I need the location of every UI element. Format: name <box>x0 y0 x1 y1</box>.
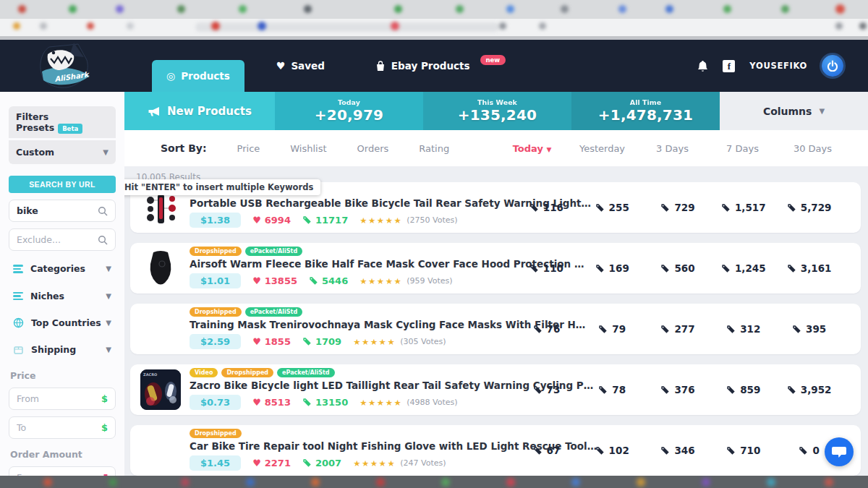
count-today: 73 <box>547 384 561 395</box>
tag-icon <box>787 203 796 213</box>
tag-icon <box>787 264 796 273</box>
price-to-field[interactable]: $ <box>9 416 116 439</box>
list-icon <box>13 291 23 302</box>
tag-icon <box>726 385 736 395</box>
price-from-input[interactable] <box>17 393 89 404</box>
search-by-url-button[interactable]: SEARCH BY URL <box>9 176 116 193</box>
product-title[interactable]: Car Bike Tire Repair tool Night Fishing … <box>190 440 508 452</box>
count-yesterday: 255 <box>609 202 629 213</box>
tag-icon <box>660 446 670 455</box>
product-image[interactable]: ZACRO <box>140 369 181 410</box>
count-3days: 376 <box>674 384 694 395</box>
beta-badge: Beta <box>58 124 82 134</box>
tag-icon <box>721 264 731 273</box>
product-title[interactable]: Airsoft Warm Fleece Bike Half Face Mask … <box>190 258 508 270</box>
period-30-days[interactable]: 30 Days <box>778 143 848 154</box>
filter-niches[interactable]: Niches ▼ <box>9 283 116 310</box>
count-today: 76 <box>547 323 561 335</box>
product-row[interactable]: ZACRO Video Dropshipped ePacket/AliStd Z… <box>130 364 861 415</box>
likes-count: 2271 <box>265 458 291 468</box>
tab-saved[interactable]: ♥ Saved <box>260 40 341 92</box>
tag-icon <box>529 203 539 213</box>
new-products-segment[interactable]: New Products <box>124 92 275 130</box>
likes-count: 13855 <box>265 275 297 286</box>
product-row[interactable]: Dropshipped ePacket/AliStd Airsoft Warm … <box>130 243 861 294</box>
megaphone-icon <box>148 106 161 117</box>
votes-count: (959 Votes) <box>407 276 452 286</box>
stats-bar: New Products Today +20,979 This Week +13… <box>124 92 868 130</box>
exclude-input[interactable] <box>17 234 89 245</box>
logout-power-button[interactable] <box>822 55 843 77</box>
keyword-input[interactable] <box>17 205 89 216</box>
chat-widget-button[interactable] <box>825 437 854 466</box>
bell-icon[interactable] <box>697 60 708 72</box>
stat-this-week[interactable]: This Week +135,240 <box>423 92 571 130</box>
product-title[interactable]: Portable USB Rechargeable Bike Bicycle T… <box>190 197 508 209</box>
chevron-down-icon: ▼ <box>106 265 111 273</box>
username: YOUSEFIKO <box>749 61 807 71</box>
filter-top-countries[interactable]: Top Countries ▼ <box>9 309 116 336</box>
tag-icon <box>598 385 608 395</box>
tag-icon <box>660 264 670 273</box>
product-title[interactable]: Zacro Bike Bicycle light LED Taillight R… <box>190 380 508 391</box>
product-row[interactable]: Dropshipped Car Bike Tire Repair tool Ni… <box>130 425 861 476</box>
filter-categories[interactable]: Categories ▼ <box>9 255 116 283</box>
products-icon: ◎ <box>166 70 175 82</box>
sort-wishlist[interactable]: Wishlist <box>290 143 326 154</box>
alishark-logo[interactable]: AliShark <box>27 38 114 93</box>
sort-bar: Sort By: Price Wishlist Orders Rating To… <box>124 130 868 166</box>
tag-icon <box>660 385 670 395</box>
price-section-label: Price <box>10 370 114 381</box>
tag-icon <box>302 458 312 468</box>
heart-icon: ♥ <box>252 458 261 468</box>
tag-icon <box>595 446 605 455</box>
period-today[interactable]: Today ▼ <box>497 143 567 154</box>
orders-count: 2007 <box>315 458 341 468</box>
exclude-field[interactable] <box>9 228 116 251</box>
tab-ebay-products[interactable]: Ebay Products new <box>359 40 522 92</box>
chevron-down-icon: ▼ <box>819 107 825 115</box>
columns-dropdown[interactable]: Columns ▼ <box>720 92 868 130</box>
count-today: 116 <box>543 202 563 213</box>
sort-orders[interactable]: Orders <box>357 143 389 154</box>
period-3-days[interactable]: 3 Days <box>637 143 707 154</box>
filter-shipping[interactable]: Shipping ▼ <box>9 336 116 363</box>
heart-icon: ♥ <box>252 215 261 226</box>
product-image[interactable] <box>140 309 181 349</box>
period-yesterday[interactable]: Yesterday <box>567 143 637 154</box>
price-to-input[interactable] <box>17 422 89 433</box>
facebook-icon[interactable]: f <box>723 60 735 72</box>
tag-icon <box>533 385 542 395</box>
count-yesterday: 78 <box>612 384 626 395</box>
price-from-field[interactable]: $ <box>9 388 116 410</box>
preset-select[interactable]: Custom ▼ <box>9 140 116 164</box>
filters-sidebar: Filters PresetsBeta Custom ▼ SEARCH BY U… <box>0 92 124 476</box>
tag-icon <box>302 215 312 225</box>
period-7-days[interactable]: 7 Days <box>707 143 778 154</box>
chat-icon <box>831 445 847 459</box>
sort-rating[interactable]: Rating <box>419 143 449 154</box>
list-icon <box>13 263 23 275</box>
product-image[interactable] <box>140 430 181 471</box>
price-chip: $2.59 <box>190 334 241 349</box>
price-chip: $1.38 <box>190 213 241 228</box>
count-7days: 1,517 <box>735 202 766 213</box>
product-image[interactable] <box>140 248 181 288</box>
heart-icon: ♥ <box>276 60 286 72</box>
tab-products[interactable]: ◎ Products <box>152 60 244 92</box>
product-title[interactable]: Training Mask Trenirovochnaya Mask Cycli… <box>190 319 508 330</box>
keyword-search-field[interactable] <box>9 200 116 222</box>
star-rating: ★★★★★ <box>359 276 402 286</box>
count-30days: 3,952 <box>801 384 832 395</box>
stat-alltime-label: All Time <box>630 98 661 106</box>
tab-saved-label: Saved <box>291 60 324 72</box>
orders-count: 11717 <box>315 215 348 226</box>
orders-count: 1709 <box>315 336 341 347</box>
tag-icon <box>302 398 312 407</box>
count-yesterday: 169 <box>609 262 629 274</box>
stat-today[interactable]: Today +20,979 <box>275 92 423 130</box>
badge-epacket: ePacket/AliStd <box>277 368 334 377</box>
stat-all-time[interactable]: All Time +1,478,731 <box>571 92 720 130</box>
product-row[interactable]: Dropshipped ePacket/AliStd Training Mask… <box>130 304 861 354</box>
sort-price[interactable]: Price <box>237 143 260 154</box>
